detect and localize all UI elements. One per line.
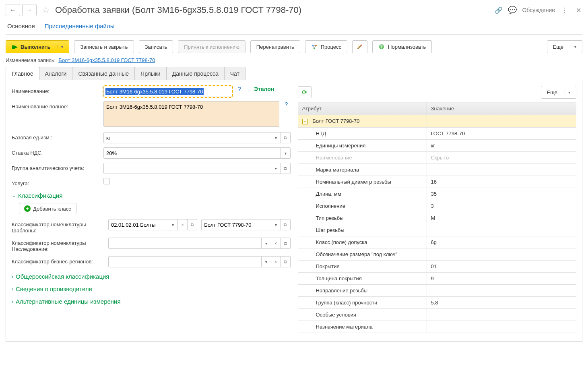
biz-class-label: Классификатор бизнес-регионов:	[12, 256, 105, 265]
favorite-icon[interactable]: ☆	[41, 5, 51, 15]
acct-group-input[interactable]	[103, 163, 271, 174]
chevron-down-icon[interactable]: ▾	[565, 90, 570, 95]
table-row[interactable]: Класс (поле) допуска6g	[298, 236, 576, 248]
dropdown-icon[interactable]: ▾	[281, 147, 291, 159]
attr-root-row[interactable]: − Болт ГОСТ 7798-70	[298, 115, 576, 128]
clear-icon[interactable]: ×	[178, 219, 188, 230]
dropdown-icon[interactable]: ▾	[262, 238, 271, 249]
attr-name: Покрытие	[298, 260, 427, 272]
full-name-input[interactable]	[103, 101, 279, 127]
attr-value: 9	[427, 272, 576, 284]
attr-name: Марка материала	[298, 163, 427, 176]
nav-back-button[interactable]: ←	[6, 4, 20, 16]
okp-group[interactable]: › Общероссийская классификация	[12, 273, 291, 280]
inh-class-input[interactable]	[108, 238, 262, 249]
col-attribute[interactable]: Атрибут	[298, 102, 427, 115]
help-icon[interactable]: ?	[285, 101, 291, 108]
table-row[interactable]: Назначение материала	[298, 321, 576, 333]
table-row[interactable]: Длина, мм35	[298, 188, 576, 200]
save-button[interactable]: Записать	[139, 40, 173, 53]
dropdown-icon[interactable]: ▾	[262, 256, 271, 267]
table-row[interactable]: Исполнение3	[298, 200, 576, 212]
base-uom-input[interactable]	[103, 132, 271, 143]
section-files[interactable]: Присоединенные файлы	[45, 23, 115, 30]
table-row[interactable]: НТДГОСТ 7798-70	[298, 127, 576, 139]
attribute-table: Атрибут Значение − Болт ГОСТ 7798-70 НТД…	[298, 102, 577, 333]
chevron-down-icon[interactable]: ▾	[571, 45, 576, 49]
open-icon[interactable]: ⧉	[281, 219, 291, 230]
table-row[interactable]: Особые условия	[298, 308, 576, 321]
tab-5[interactable]: Чат	[224, 67, 246, 80]
table-row[interactable]: Группа (класс) прочности5.8	[298, 296, 576, 308]
tab-2[interactable]: Связанные данные	[72, 67, 135, 80]
table-row[interactable]: Обозначение размера "под ключ"	[298, 248, 576, 260]
add-class-button[interactable]: + Добавить класс	[19, 203, 76, 214]
attr-name: Длина, мм	[298, 188, 427, 200]
tab-0[interactable]: Главное	[6, 67, 39, 80]
tab-4[interactable]: Данные процесса	[166, 67, 225, 80]
biz-class-input[interactable]	[108, 256, 262, 267]
right-more-button[interactable]: Еще ▾	[541, 86, 576, 99]
link-icon[interactable]: 🔗	[495, 6, 503, 14]
table-row[interactable]: Единицы измерениякг	[298, 139, 576, 151]
tab-1[interactable]: Аналоги	[39, 67, 73, 80]
clear-icon[interactable]: ×	[271, 256, 281, 267]
chevron-down-icon[interactable]: ▾	[58, 45, 63, 49]
discuss-icon[interactable]: 💬	[508, 6, 516, 14]
table-row[interactable]: Толщина покрытия9	[298, 272, 576, 284]
open-icon[interactable]: ⧉	[188, 219, 197, 230]
dropdown-icon[interactable]: ▾	[168, 219, 178, 230]
alt-uom-group[interactable]: › Альтернативные единицы измерения	[12, 298, 291, 305]
redirect-button[interactable]: Перенаправить	[250, 40, 300, 53]
attr-value	[427, 248, 576, 260]
service-checkbox[interactable]	[103, 178, 110, 184]
more-button[interactable]: Еще ▾	[547, 40, 582, 53]
open-icon[interactable]: ⧉	[281, 256, 291, 267]
magic-button[interactable]	[352, 40, 367, 53]
table-row[interactable]: Марка материала	[298, 163, 576, 176]
table-row[interactable]: Шаг резьбы	[298, 224, 576, 236]
open-icon[interactable]: ⧉	[281, 163, 291, 174]
clear-icon[interactable]: ×	[271, 238, 281, 249]
nav-forward-button[interactable]: →	[22, 4, 37, 16]
normalize-button[interactable]: Нормализовать	[372, 40, 432, 53]
name-input[interactable]: Болт 3М16-6gx35.5.8.019 ГОСТ 7798-70	[103, 86, 232, 97]
collapse-icon[interactable]: −	[302, 119, 308, 124]
service-label: Услуга:	[12, 178, 100, 186]
execute-button[interactable]: ▮▶ Выполнить ▾	[6, 40, 69, 53]
attr-value: 01	[427, 260, 576, 272]
table-row[interactable]: Тип резьбыМ	[298, 212, 576, 224]
table-row[interactable]: НаименованиеСкрыто	[298, 151, 576, 163]
open-icon[interactable]: ⧉	[281, 238, 291, 249]
attr-name: Исполнение	[298, 200, 427, 212]
acct-group-label: Группа аналитического учета:	[12, 163, 100, 171]
open-icon[interactable]: ⧉	[281, 132, 291, 143]
refresh-button[interactable]: ⟳	[298, 86, 312, 98]
section-main[interactable]: Основное	[7, 23, 35, 30]
tab-3[interactable]: Ярлыки	[134, 67, 167, 80]
svg-point-4	[358, 46, 359, 46]
col-value[interactable]: Значение	[427, 102, 576, 115]
dropdown-icon[interactable]: ▾	[271, 132, 281, 143]
kebab-icon[interactable]: ⋮	[561, 6, 569, 14]
help-icon[interactable]: ?	[238, 86, 243, 92]
record-link[interactable]: Болт 3М16-6gx35.5.8.019 ГОСТ 7798-70	[58, 57, 155, 63]
classification-group[interactable]: ⌄ Классификация	[12, 192, 291, 199]
process-button[interactable]: Процесс	[305, 40, 347, 53]
attr-root-label: Болт ГОСТ 7798-70	[312, 118, 359, 124]
table-row[interactable]: Покрытие01	[298, 260, 576, 272]
refresh-icon: ⟳	[302, 89, 307, 96]
tab-content: Наименование: Болт 3М16-6gx35.5.8.019 ГО…	[6, 80, 582, 342]
discuss-link[interactable]: Обсуждение	[522, 7, 555, 13]
dropdown-icon[interactable]: ▾	[271, 163, 281, 174]
tpl-class-input[interactable]	[108, 219, 168, 230]
table-row[interactable]: Направление резьбы	[298, 284, 576, 296]
table-row[interactable]: Номинальный диаметр резьбы16	[298, 176, 576, 188]
dropdown-icon[interactable]: ▾	[271, 219, 281, 230]
vat-input[interactable]	[103, 147, 281, 159]
producer-group[interactable]: › Сведения о производителе	[12, 286, 291, 292]
save-close-button[interactable]: Записать и закрыть	[74, 40, 134, 53]
tpl-sub-input[interactable]	[201, 219, 271, 230]
close-icon[interactable]: ✕	[574, 6, 582, 14]
accept-button: Принять к исполнению	[178, 40, 246, 53]
